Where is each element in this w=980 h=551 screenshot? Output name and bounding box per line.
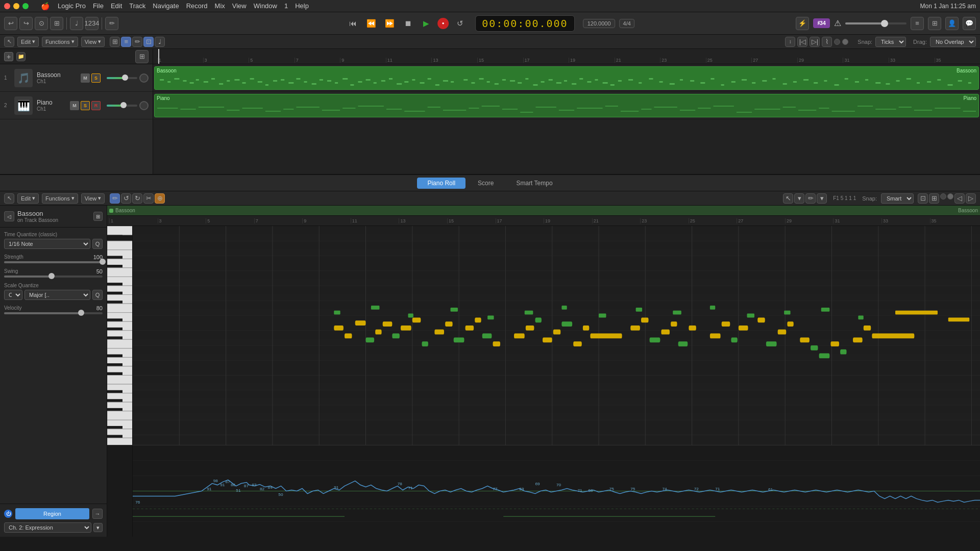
pr-forward-btn[interactable]: ▷ (966, 193, 976, 204)
strength-slider-track[interactable] (4, 261, 103, 263)
track-view-btn[interactable]: View ▾ (81, 37, 105, 47)
apple-menu[interactable]: 🍎 (41, 2, 50, 10)
pr-tool-scissors[interactable]: ✂ (143, 193, 154, 204)
pr-note-area[interactable] (133, 226, 980, 445)
pr-snap-select[interactable]: Smart Bar Beat (881, 193, 914, 204)
pr-tool-pencil[interactable]: ✏ (110, 193, 120, 204)
solo-btn-bassoon[interactable]: S (91, 73, 101, 83)
toolbar-count-in-btn[interactable]: 1234 (85, 17, 99, 30)
time-quantize-select[interactable]: 1/16 Note 1/8 Note 1/4 Note (4, 239, 90, 249)
quantize-btn[interactable]: |◁ (797, 37, 807, 47)
track-functions-btn[interactable]: Functions ▾ (42, 37, 78, 47)
pr-pencil-tool[interactable]: ✏ (805, 193, 816, 204)
pr-tool-loop[interactable]: ↻ (132, 193, 142, 204)
transport-cycle[interactable]: ↺ (453, 16, 467, 31)
pr-auto-arrow-btn[interactable]: → (92, 509, 103, 519)
scale-quantize-q-btn[interactable]: Q (92, 290, 103, 300)
minimize-button[interactable] (13, 3, 19, 9)
tool-pencil-btn[interactable]: ✏ (132, 37, 142, 47)
velocity-slider-track[interactable] (4, 312, 103, 314)
transport-stop[interactable]: ⏹ (401, 16, 415, 31)
drag-select[interactable]: No Overlap Shuffle (930, 37, 976, 47)
close-button[interactable] (4, 3, 10, 9)
pr-panel-resize[interactable]: ⊞ (93, 212, 103, 221)
transport-record[interactable]: ● (437, 18, 449, 29)
region-piano[interactable]: Piano Piano (154, 94, 979, 117)
master-volume-btn[interactable]: ♯34 (813, 18, 830, 28)
menu-window[interactable]: Window (254, 2, 277, 10)
toolbar-save-btn[interactable]: ⊙ (35, 17, 48, 30)
swing-slider-track[interactable] (4, 276, 103, 278)
color-left[interactable] (834, 39, 840, 45)
solo-btn-piano[interactable]: S (81, 101, 90, 110)
nudge-btn[interactable]: ↕ (785, 37, 795, 47)
transport-rewind[interactable]: ⏪ (364, 16, 378, 31)
tool-cursor-btn[interactable]: ⊡ (143, 37, 154, 47)
pr-channel-select[interactable]: Ch. 2: Expression Ch. 1: Modulation (4, 522, 91, 533)
toolbar-chat-btn[interactable]: 💬 (963, 17, 976, 30)
pr-back-icon[interactable]: ◁ (4, 211, 14, 221)
tool-list-btn[interactable]: ≡ (121, 37, 131, 47)
tab-piano-roll[interactable]: Piano Roll (417, 178, 465, 189)
pr-color-dot2[interactable] (947, 193, 953, 199)
track-size-btn[interactable]: ⊞ (135, 50, 149, 63)
pr-auto-power-btn[interactable]: ⏻ (4, 510, 12, 518)
pr-color-dot1[interactable] (940, 193, 946, 199)
pr-channel-arrow-btn[interactable]: ▾ (93, 523, 103, 532)
pr-back-btn[interactable]: ◁ (954, 193, 965, 204)
tab-score[interactable]: Score (468, 178, 504, 189)
color-right[interactable] (842, 39, 848, 45)
fullscreen-button[interactable] (22, 3, 29, 9)
volume-slider-piano[interactable] (107, 105, 137, 107)
pr-view-btn[interactable]: View ▾ (81, 193, 105, 204)
trim-btn[interactable]: ▷| (810, 37, 820, 47)
pr-pointer-btn[interactable]: ↖ (4, 193, 14, 204)
menu-track[interactable]: Track (129, 2, 145, 10)
menu-logicpro[interactable]: Logic Pro (58, 2, 86, 10)
pr-auto-region-btn[interactable]: Region (15, 508, 89, 519)
scale-off-select[interactable]: Off On (4, 290, 22, 300)
pr-tool-glue[interactable]: ⊕ (155, 193, 165, 204)
track-lane-bassoon[interactable]: Bassoon Bassoon (153, 64, 980, 92)
transport-rewind-start[interactable]: ⏮ (346, 16, 360, 31)
snap-select[interactable]: Ticks Bar Beat (875, 37, 906, 47)
tool-grid-btn[interactable]: ⊞ (110, 37, 120, 47)
volume-slider-bassoon[interactable] (107, 77, 137, 79)
add-track-btn[interactable]: + (4, 52, 13, 61)
record-btn-piano[interactable]: R (91, 101, 101, 110)
fade-btn[interactable]: ⌇ (822, 37, 832, 47)
tab-smart-tempo[interactable]: Smart Tempo (506, 178, 562, 189)
pr-edit-btn[interactable]: Edit ▾ (17, 193, 39, 204)
menu-help[interactable]: Help (295, 2, 309, 10)
track-lane-piano[interactable]: Piano Piano (153, 92, 980, 119)
tool-note-btn[interactable]: ♩ (155, 37, 165, 47)
menu-navigate[interactable]: Navigate (153, 2, 179, 10)
menu-view[interactable]: View (232, 2, 247, 10)
pr-functions-btn[interactable]: Functions ▾ (42, 193, 78, 204)
mute-btn-bassoon[interactable]: M (81, 73, 90, 83)
pr-pencil-arrow[interactable]: ▾ (817, 193, 827, 204)
track-edit-btn[interactable]: Edit ▾ (17, 37, 39, 47)
menu-1[interactable]: 1 (284, 2, 288, 10)
pan-knob-bassoon[interactable] (139, 73, 149, 83)
menu-edit[interactable]: Edit (111, 2, 122, 10)
toolbar-user-btn[interactable]: 👤 (945, 17, 959, 30)
menu-file[interactable]: File (93, 2, 104, 10)
pr-cursor-arrow[interactable]: ▾ (794, 193, 804, 204)
toolbar-forward-btn[interactable]: ↪ (19, 17, 33, 30)
folder-btn[interactable]: 📁 (16, 52, 26, 61)
transport-play[interactable]: ▶ (419, 16, 433, 31)
menu-mix[interactable]: Mix (215, 2, 225, 10)
toolbar-grid-btn[interactable]: ⊞ (928, 17, 941, 30)
pr-cursor-btn[interactable]: ↖ (783, 193, 793, 204)
scale-type-select[interactable]: Major [.. Minor (24, 290, 90, 300)
mute-btn-piano[interactable]: M (70, 101, 79, 110)
toolbar-metronome-btn[interactable]: ♩ (70, 17, 83, 30)
toolbar-pencil-btn[interactable]: ✏ (105, 17, 118, 30)
pr-tool-cycle[interactable]: ↺ (121, 193, 131, 204)
master-volume-slider[interactable] (845, 22, 906, 24)
track-toolbar-pointer[interactable]: ↖ (4, 37, 14, 47)
pr-zoom-btn[interactable]: ⊡ (918, 193, 928, 204)
pr-zoom-arrow[interactable]: ⊞ (929, 193, 939, 204)
pan-knob-piano[interactable] (139, 101, 149, 110)
